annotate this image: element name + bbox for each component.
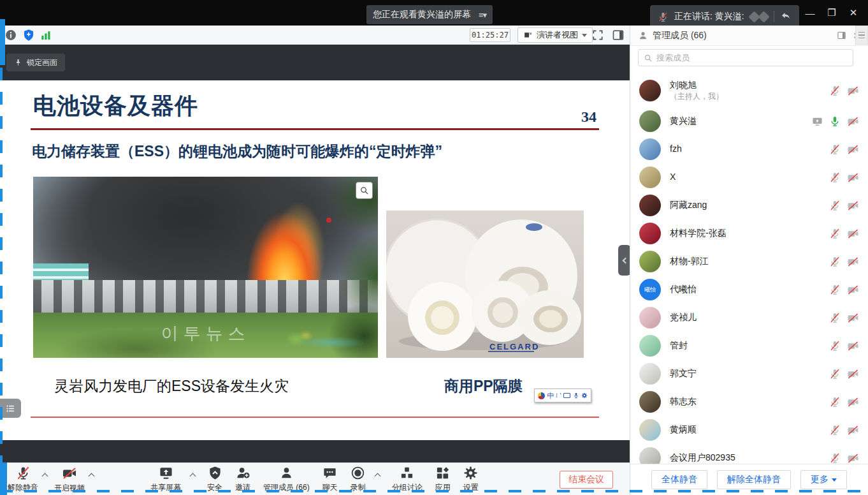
record-button[interactable]: 录制: [347, 466, 370, 493]
popout-panel-icon[interactable]: [837, 31, 846, 40]
mic-status-icon[interactable]: [829, 340, 841, 351]
restore-button[interactable]: ❐: [821, 3, 843, 23]
ime-punct-icon: ’: [560, 392, 561, 399]
end-meeting-button[interactable]: 结束会议: [560, 471, 613, 489]
mic-status-icon[interactable]: [829, 144, 841, 155]
settings-button[interactable]: 设置: [459, 466, 482, 493]
apps-button[interactable]: 应用: [431, 466, 454, 493]
share-border-left: [0, 19, 3, 495]
mic-status-icon[interactable]: [829, 172, 841, 183]
unmute-button[interactable]: 解除静音: [4, 466, 42, 493]
speaker-logo-icon: [750, 13, 768, 21]
mic-status-icon[interactable]: [829, 256, 841, 267]
breakout-button[interactable]: 分组讨论: [388, 466, 426, 493]
magnifier-icon[interactable]: [356, 182, 373, 199]
participant-row[interactable]: fzh: [630, 135, 868, 163]
camera-status-icon[interactable]: [847, 312, 859, 324]
mic-status-icon[interactable]: [829, 452, 841, 464]
ime-lang-label: 中: [547, 392, 554, 399]
close-button[interactable]: ✕: [843, 3, 864, 23]
panel-collapse-handle[interactable]: [618, 245, 631, 276]
participant-row[interactable]: 黄兴溢: [630, 107, 868, 135]
record-options-chevron[interactable]: [374, 473, 380, 480]
participant-row[interactable]: 材料学院-张磊: [630, 219, 868, 247]
side-panel-icon[interactable]: [612, 29, 625, 41]
participant-row[interactable]: 党祯儿: [630, 304, 868, 332]
unmute-all-button[interactable]: 解除全体静音: [717, 470, 791, 489]
minimize-button[interactable]: —: [799, 3, 821, 23]
view-mode-dropdown[interactable]: 演讲者视图: [517, 27, 593, 43]
video-options-chevron[interactable]: [89, 473, 95, 480]
camera-status-icon[interactable]: [847, 85, 859, 97]
camera-status-icon[interactable]: [847, 200, 859, 212]
avatar: [639, 166, 661, 188]
participant-name: 刘晓旭: [670, 80, 723, 91]
camera-status-icon[interactable]: [847, 228, 859, 240]
mic-status-icon[interactable]: [829, 200, 841, 211]
view-mode-label: 演讲者视图: [537, 29, 578, 41]
meeting-window: 您正在观看黄兴溢的屏幕 ≡▾ 正在讲话: 黄兴溢: — ❐ ✕ 01:25:27…: [0, 0, 868, 495]
fullscreen-icon[interactable]: [591, 29, 604, 41]
info-icon[interactable]: [4, 29, 17, 41]
camera-status-icon[interactable]: [847, 424, 859, 436]
camera-status-icon[interactable]: [847, 115, 859, 128]
camera-status-icon[interactable]: [847, 284, 859, 296]
camera-status-icon[interactable]: [847, 396, 859, 408]
annotation-tools-button[interactable]: [0, 399, 21, 418]
start-video-button[interactable]: 开启视频: [50, 466, 89, 494]
lock-view-button[interactable]: 锁定画面: [6, 54, 65, 71]
participant-row[interactable]: 刘晓旭 （主持人，我）: [630, 74, 868, 107]
panel-menu-button[interactable]: [855, 26, 868, 45]
participant-row[interactable]: 黄炳顺: [630, 416, 868, 444]
mic-status-icon[interactable]: [829, 85, 841, 96]
mic-status-icon[interactable]: [829, 284, 841, 295]
participant-row[interactable]: 阿藏zang: [630, 191, 868, 219]
mute-all-button[interactable]: 全体静音: [651, 470, 707, 489]
more-button[interactable]: 更多: [800, 470, 847, 489]
invite-button[interactable]: 邀请: [231, 466, 254, 493]
camera-status-icon[interactable]: [847, 340, 859, 352]
mic-status-icon[interactable]: [829, 115, 841, 127]
camera-status-icon[interactable]: [847, 172, 859, 184]
network-signal-icon[interactable]: [40, 29, 52, 41]
participant-row[interactable]: 会议用户802935: [630, 444, 868, 464]
share-options-chevron[interactable]: [190, 473, 196, 480]
mic-status-icon[interactable]: [829, 396, 841, 408]
mic-status-icon[interactable]: [829, 368, 841, 380]
mic-status-icon[interactable]: [829, 312, 841, 323]
participant-role: （主持人，我）: [670, 92, 723, 101]
participant-row[interactable]: 管封: [630, 332, 868, 360]
participant-row[interactable]: 材物-郭江: [630, 247, 868, 276]
mic-status-icon[interactable]: [829, 424, 841, 436]
ime-toolbar[interactable]: 中 ʲ ’: [534, 388, 591, 403]
participant-row[interactable]: 郭文宁: [630, 360, 868, 388]
mic-options-chevron[interactable]: [42, 473, 48, 480]
slide-footer-line: [31, 417, 599, 418]
mic-status-icon[interactable]: [829, 228, 841, 239]
participant-name: X: [670, 172, 676, 183]
security-shield-icon[interactable]: [22, 29, 35, 41]
camera-status-icon[interactable]: [847, 368, 859, 380]
camera-status-icon[interactable]: [847, 256, 859, 268]
search-input[interactable]: [656, 53, 848, 63]
avatar-text: 曦怡: [644, 286, 656, 294]
camera-off-icon: [62, 466, 77, 481]
divider: [774, 11, 774, 22]
reply-arrow-icon[interactable]: [780, 11, 792, 22]
share-screen-button[interactable]: 共享屏幕: [147, 466, 185, 493]
participant-row[interactable]: X: [630, 163, 868, 191]
member-search-box[interactable]: [638, 49, 853, 66]
participant-row[interactable]: 韩志东: [630, 388, 868, 416]
camera-status-icon[interactable]: [847, 452, 859, 464]
meeting-toolbar: 01:25:27 演讲者视图: [0, 26, 630, 45]
banner-menu-icon[interactable]: ≡▾: [479, 10, 486, 20]
avatar: [639, 363, 661, 385]
chat-button[interactable]: 聊天: [319, 466, 342, 493]
security-button[interactable]: 安全: [203, 466, 226, 493]
manage-members-button[interactable]: 管理成员 (66): [259, 466, 314, 493]
participant-row[interactable]: 曦怡 代曦怡: [630, 276, 868, 304]
camera-status-icon[interactable]: [847, 144, 859, 156]
ime-keyboard-icon: [563, 393, 570, 398]
ime-mic-icon: [573, 392, 579, 399]
presentation-slide: 电池设备及器件 34 电力储存装置（ESS）的锂电池成为随时可能爆炸的“定时炸弹…: [0, 80, 630, 440]
